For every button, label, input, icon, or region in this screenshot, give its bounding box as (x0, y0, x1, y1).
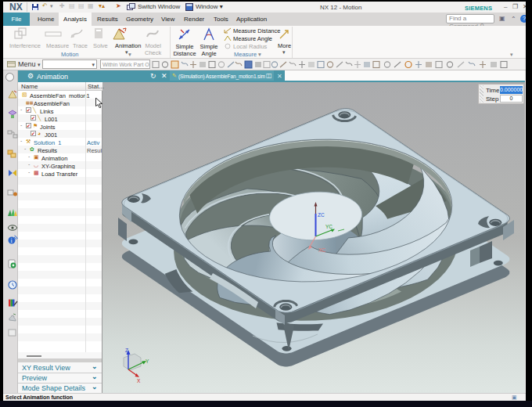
svg-text:Z: Z (125, 348, 128, 353)
svg-text:Y: Y (146, 358, 149, 364)
svg-text:YC: YC (325, 224, 332, 229)
svg-text:ZC: ZC (318, 212, 325, 218)
svg-text:XC: XC (318, 247, 325, 253)
svg-text:X: X (137, 378, 141, 384)
